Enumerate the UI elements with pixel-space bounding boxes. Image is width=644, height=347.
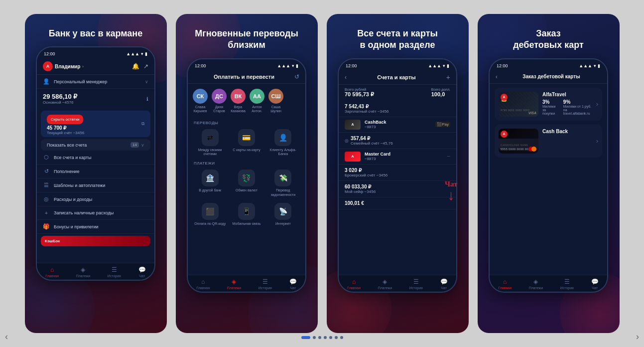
expenses-menu[interactable]: ◎ Расходы и доходы bbox=[37, 192, 154, 206]
nav-home-4[interactable]: ⌂ Главная bbox=[498, 278, 512, 290]
scroll-left[interactable]: ‹ bbox=[5, 332, 8, 342]
family-amount: 357,64 ₽ bbox=[351, 136, 393, 141]
nav-history-label-2: История bbox=[258, 286, 272, 290]
show-all-chevron: ∨ bbox=[141, 143, 144, 148]
card-cashback[interactable]: А CashBack −8873 ⬛Pay bbox=[339, 117, 456, 133]
contact-2[interactable]: ДС ДиняСтаров bbox=[212, 89, 227, 114]
topup-menu[interactable]: ↺ Пополнение bbox=[37, 165, 154, 178]
back-icon-4[interactable]: ‹ bbox=[496, 73, 498, 80]
s1-user[interactable]: А Владимир › bbox=[43, 61, 84, 71]
share-icon[interactable]: ↗ bbox=[143, 63, 148, 70]
payment-qr[interactable]: ⬛ Оплата по QR-коду bbox=[194, 203, 226, 226]
battery-icon-2: ▮ bbox=[296, 63, 298, 68]
current-balance-amount: 45 700 ₽ bbox=[47, 125, 84, 131]
account-count: 14 bbox=[130, 142, 139, 148]
transfer-card-icon: 💳 bbox=[238, 129, 255, 146]
slide-3-title: Все счета и картыв одном разделе bbox=[349, 28, 446, 51]
payments-grid-2: ⬛ Оплата по QR-коду 📱 Мобильная связь 📡 … bbox=[188, 200, 305, 229]
card-offer-alfatravel[interactable]: А VISA 4790 0000 0000 0000 AlfaTravel bbox=[495, 88, 602, 121]
screen-content-2: Оплатить и перевести ↺ СК СлаваКирьяев bbox=[188, 70, 305, 275]
topup-icon: ↺ bbox=[43, 168, 50, 174]
nav-chat-1[interactable]: 💬 Чат bbox=[138, 266, 146, 278]
show-all-btn[interactable]: Показать все счета 14 ∨ bbox=[41, 139, 150, 151]
payment-mobile[interactable]: 📱 Мобильная связь bbox=[230, 203, 262, 226]
dot-7[interactable] bbox=[340, 336, 343, 339]
total-usd-label: Всего долл. bbox=[431, 88, 450, 91]
nav-history-1[interactable]: ☰ История bbox=[108, 266, 121, 278]
nav-home-label-4: Главная bbox=[498, 286, 512, 290]
slide-2-phone: 12:00 ▲▲▲ ▾ ▮ Оплатить и перевести bbox=[187, 58, 306, 293]
refresh-icon[interactable]: ↺ bbox=[294, 73, 299, 80]
stat-2-value: 9% bbox=[563, 99, 592, 105]
mastercard-name: Master Card bbox=[365, 152, 443, 157]
slide-2-title: Мгновенные переводы близким bbox=[176, 28, 318, 51]
scroll-right[interactable]: › bbox=[636, 332, 639, 342]
nav-payments-4[interactable]: ◈ Платежи bbox=[529, 278, 543, 290]
contact-name-4: АнтонАнтон. bbox=[252, 105, 262, 114]
card-mastercard[interactable]: А Master Card −8873 ··· bbox=[339, 149, 456, 165]
cashback-teaser[interactable]: КэшБэк bbox=[41, 236, 150, 246]
contact-1[interactable]: СК СлаваКирьяев bbox=[193, 89, 208, 114]
bell-icon[interactable]: 🔔 bbox=[132, 63, 139, 70]
nav-payments-2[interactable]: ◈ Платежи bbox=[227, 278, 241, 290]
wifi-icon-3: ▾ bbox=[443, 63, 445, 68]
slide-1-title: Банк у вас в кармане bbox=[41, 28, 151, 39]
nav-home-3[interactable]: ⌂ Главная bbox=[347, 278, 361, 290]
dot-2[interactable] bbox=[313, 336, 316, 339]
copy-icon[interactable]: ⧉ bbox=[141, 121, 144, 127]
transfer-client[interactable]: 👤 Клиенту Альфа-Банка bbox=[267, 129, 299, 157]
templates-menu[interactable]: ☰ Шаблоны и автоплатежи bbox=[37, 178, 154, 192]
contact-name-5: СашаШулин bbox=[270, 105, 281, 114]
chat-annotation-group: Чат ↓ bbox=[445, 180, 458, 202]
nav-chat-2[interactable]: 💬 Чат bbox=[289, 278, 297, 290]
payment-qr-icon: ⬛ bbox=[202, 203, 219, 220]
nav-chat-3[interactable]: 💬 Чат bbox=[440, 278, 448, 290]
transfer-client-label: Клиенту Альфа-Банка bbox=[267, 148, 299, 157]
transfer-card[interactable]: 💳 С карты на карту bbox=[230, 129, 262, 157]
contact-4[interactable]: АА АнтонАнтон. bbox=[250, 89, 264, 114]
nav-history-3[interactable]: ☰ История bbox=[409, 278, 423, 290]
add-icon-3[interactable]: + bbox=[446, 73, 450, 81]
nav-history-2[interactable]: ☰ История bbox=[258, 278, 272, 290]
dot-3[interactable] bbox=[318, 336, 321, 339]
nav-home-2[interactable]: ⌂ Главная bbox=[196, 278, 210, 290]
all-accounts-menu[interactable]: ⬡ Все счета и карты bbox=[37, 151, 154, 165]
hide-btn[interactable]: Скрыть остатки bbox=[47, 115, 83, 124]
bonuses-menu[interactable]: 🎁 Бонусы и привилегии bbox=[37, 220, 154, 234]
nav-dots bbox=[301, 336, 343, 339]
dot-5[interactable] bbox=[329, 336, 332, 339]
payment-internet[interactable]: 📡 Интернет bbox=[267, 203, 299, 226]
transfer-between[interactable]: ⇄ Между своими счетами bbox=[194, 129, 226, 157]
transfers-grid: ⇄ Между своими счетами 💳 С карты на карт… bbox=[188, 126, 305, 160]
status-bar-1: 12:00 ▲▲▲ ▾ ▮ bbox=[37, 47, 154, 58]
nav-payments-1[interactable]: ◈ Платежи bbox=[76, 266, 90, 278]
dot-6[interactable] bbox=[335, 336, 338, 339]
s1-header: А Владимир › 🔔 ↗ bbox=[37, 58, 154, 75]
eur-amount: 100,01 € bbox=[345, 200, 450, 206]
screen-content-3: ‹ Счета и карты + Всего рублей 70 595,73… bbox=[339, 70, 456, 275]
payment-bank[interactable]: 🏦 В другой банк bbox=[194, 170, 226, 197]
contact-5[interactable]: СШ СашаШулин bbox=[268, 89, 283, 114]
card-offer-cashback[interactable]: А 5555 0000 0000 0000 bbox=[495, 125, 602, 158]
back-icon-3[interactable]: ‹ bbox=[345, 74, 347, 81]
transfer-client-icon: 👤 bbox=[274, 129, 291, 146]
mastercard-info: Master Card −8873 bbox=[365, 152, 443, 161]
nav-history-4[interactable]: ☰ История bbox=[560, 278, 574, 290]
total-rub-label: Всего рублей bbox=[345, 88, 374, 91]
nav-home-label-3: Главная bbox=[347, 286, 361, 290]
dot-4[interactable] bbox=[324, 336, 327, 339]
contact-3[interactable]: ВК ВераКазакова bbox=[231, 89, 246, 114]
dot-1[interactable] bbox=[301, 336, 310, 339]
cash-menu[interactable]: + Записать наличные расходы bbox=[37, 206, 154, 220]
nav-chat-4[interactable]: 💬 Чат bbox=[591, 278, 599, 290]
wifi-icon-4: ▾ bbox=[594, 63, 596, 68]
payment-exchange[interactable]: 💱 Обмен валют bbox=[230, 170, 262, 197]
payment-debt[interactable]: 💸 Перевод задолженности bbox=[267, 170, 299, 197]
cashback-card-number: 5555 0000 0000 0000 bbox=[501, 148, 532, 151]
contacts-row: СК СлаваКирьяев ДС ДиняСтаров ВК ВераКаз… bbox=[188, 84, 305, 119]
nav-payments-3[interactable]: ◈ Платежи bbox=[378, 278, 392, 290]
slide-4: Заказдебетовых карт 12:00 ▲▲▲ ▾ ▮ ‹ bbox=[478, 14, 620, 333]
contact-avatar-4: АА bbox=[250, 89, 264, 104]
personal-manager-row[interactable]: 👤 Персональный менеджер ∨ bbox=[37, 75, 154, 89]
nav-home-1[interactable]: ⌂ Главная bbox=[45, 266, 59, 278]
